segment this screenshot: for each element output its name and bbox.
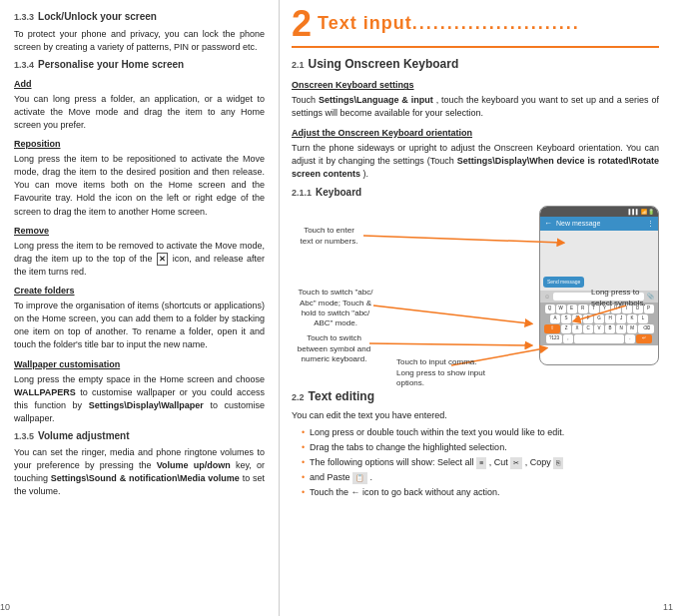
bullet-4: and Paste 📋 . — [302, 471, 659, 484]
bullet-5: Touch the ← icon to go back without any … — [302, 486, 659, 499]
phone-keyboard: Q W E R T Y U I O P A — [540, 303, 658, 345]
svg-line-1 — [373, 306, 529, 323]
nav-title: New message — [556, 219, 647, 229]
adjust-body: Turn the phone sideways or upright to ad… — [292, 142, 659, 181]
left-column: 1.3.3Lock/Unlock your screen To protect … — [0, 0, 280, 616]
nav-bar: ← New message ⋮ — [540, 217, 658, 231]
message-area: Send message — [540, 231, 658, 291]
create-folders-heading: Create folders — [14, 285, 265, 298]
svg-line-2 — [369, 343, 529, 345]
create-folders-body: To improve the organisation of items (sh… — [14, 300, 265, 351]
section-135-body: You can set the ringer, media and phone … — [14, 446, 265, 498]
label-switch: Touch to switchbetween symbol andnumeric… — [292, 333, 376, 364]
adjust-heading: Adjust the Onscreen Keyboard orientation — [292, 127, 659, 140]
page-num-left: 10 — [0, 601, 10, 614]
emoji-icon: ☺ — [544, 293, 550, 302]
phone-screen: ▌▌▌ 📶 🔋 ← New message ⋮ Send message ☺ 📎 — [539, 206, 659, 365]
copy-icon: ⎘ — [553, 457, 563, 469]
remove-body: Long press the item to be removed to act… — [14, 240, 265, 280]
add-heading: Add — [14, 78, 265, 91]
add-body: You can long press a folder, an applicat… — [14, 93, 265, 132]
section-133: 1.3.3Lock/Unlock your screen To protect … — [14, 10, 265, 54]
keyboard-diagram: ▌▌▌ 📶 🔋 ← New message ⋮ Send message ☺ 📎 — [292, 206, 659, 380]
section-133-heading: 1.3.3Lock/Unlock your screen — [14, 10, 265, 25]
section-134: 1.3.4Personalise your Home screen Add Yo… — [14, 58, 265, 425]
editing-bullets: Long press or double touch within the te… — [292, 426, 659, 499]
select-all-icon: ≡ — [476, 457, 486, 469]
chapter-header: 2 Text input........................ — [292, 10, 659, 48]
label-abc: Touch to switch "abc/Abc" mode; Touch &h… — [292, 288, 379, 329]
enter-key: ↵ — [636, 334, 652, 343]
space-key — [574, 334, 624, 343]
wallpaper-heading: Wallpaper customisation — [14, 358, 265, 371]
cut-icon: ✂ — [510, 457, 522, 469]
kb-row-4: ?123 , . ↵ — [542, 334, 656, 343]
section-135: 1.3.5Volume adjustment You can set the r… — [14, 429, 265, 499]
paste-icon: 📋 — [352, 472, 367, 484]
remove-icon: ✕ — [157, 253, 168, 267]
message-bubble: Send message — [543, 277, 584, 288]
section-134-heading: 1.3.4Personalise your Home screen — [14, 58, 265, 73]
keyboard-settings-heading: Onscreen Keyboard settings — [292, 79, 659, 92]
bullet-2: Drag the tabs to change the highlighted … — [302, 441, 659, 454]
subsection-211: 2.1.1Keyboard ▌▌▌ 📶 🔋 ← New message ⋮ Se… — [292, 186, 659, 381]
section-211-heading: 2.1.1Keyboard — [292, 186, 659, 201]
bullet-1: Long press or double touch within the te… — [302, 426, 659, 439]
keyboard-settings-body: Touch Settings\Language & input , touch … — [292, 94, 659, 120]
remove-heading: Remove — [14, 225, 265, 238]
bullet-3: The following options will show: Select … — [302, 456, 659, 469]
reposition-body: Long press the item to be repositioned t… — [14, 153, 265, 218]
label-comma: Touch to input comma.Long press to show … — [396, 357, 496, 388]
label-symbols: Long press toselect symbols. — [591, 288, 659, 308]
section-21-heading: 2.1Using Onscreen Keyboard — [292, 56, 659, 73]
section-133-body: To protect your phone and privacy, you c… — [14, 28, 265, 54]
section-21: 2.1Using Onscreen Keyboard Onscreen Keyb… — [292, 56, 659, 380]
nav-more: ⋮ — [647, 219, 654, 229]
svg-line-0 — [363, 236, 561, 243]
label-enter: Touch to entertext or numbers. — [292, 226, 366, 247]
section-22: 2.2Text editing You can edit the text yo… — [292, 388, 659, 499]
section-22-heading: 2.2Text editing — [292, 388, 659, 405]
num-key: ?123 — [546, 334, 562, 343]
reposition-heading: Reposition — [14, 138, 265, 151]
page-num-right: 11 — [663, 601, 673, 614]
back-icon: ← — [544, 218, 552, 230]
kb-row-2: A S D F G H J K L — [542, 314, 656, 323]
wallpaper-body: Long press the empty space in the Home s… — [14, 373, 265, 425]
backspace-key: ⌫ — [638, 324, 654, 333]
section-22-intro: You can edit the text you have entered. — [292, 409, 659, 422]
section-135-heading: 1.3.5Volume adjustment — [14, 429, 265, 444]
right-column: 2 Text input........................ 2.1… — [280, 0, 673, 616]
status-bar: ▌▌▌ 📶 🔋 — [540, 207, 658, 217]
shift-key: ⇧ — [544, 324, 560, 333]
kb-row-3: ⇧ Z X C V B N M ⌫ — [542, 324, 656, 333]
